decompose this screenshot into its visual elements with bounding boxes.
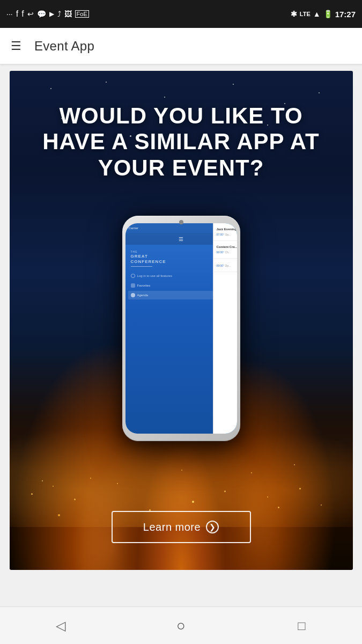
- phone-login-icon: [131, 274, 135, 278]
- app-bar: ☰ Event App: [0, 28, 362, 64]
- phone-right-time-1: 07:00° Op...: [217, 233, 237, 236]
- phone-favorites-text: Favorites: [137, 284, 151, 287]
- hero-headline-text: WOULD YOU LIKE TO HAVE A SIMILAR APP AT …: [26, 103, 337, 181]
- phone-camera: [179, 220, 183, 224]
- learn-more-label: Learn more: [143, 521, 201, 533]
- signal-icon: ▲: [313, 10, 321, 18]
- phone-login-text: Log in to use all features: [137, 274, 172, 277]
- learn-more-button[interactable]: Learn more ❯: [112, 511, 251, 543]
- lte-icon: LTE: [300, 11, 311, 17]
- phone-outer-frame: Carrier 10:43 AM ☰ THE GREAT CONFERENCE: [122, 216, 240, 441]
- nav-back-button[interactable]: ◁: [47, 612, 74, 639]
- phone-menu-icon: ☰: [179, 236, 183, 242]
- bluetooth-icon: ✱: [291, 10, 297, 18]
- phone-favorites-icon: [131, 283, 135, 288]
- phone-right-panel: Jazz Evening 07:00° Op... Content Cre...…: [213, 223, 237, 434]
- phone-agenda-icon: [131, 293, 135, 297]
- back-icon: ↩: [27, 10, 34, 18]
- img-icon: 🖼: [64, 10, 72, 18]
- phone-right-title-1: Jazz Evening: [217, 228, 237, 232]
- status-bar-left: ··· f f ↩ 💬 ▶ ⤴ 🖼 FoE: [6, 9, 89, 19]
- app-title: Event App: [34, 39, 94, 54]
- fb-icon-1: f: [16, 9, 18, 19]
- phone-right-item-1: Jazz Evening 07:00° Op...: [213, 223, 237, 241]
- phone-conf-underline: [131, 266, 152, 267]
- nav-home-button[interactable]: ○: [168, 612, 195, 639]
- phone-mockup: Carrier 10:43 AM ☰ THE GREAT CONFERENCE: [122, 216, 240, 441]
- phone-right-title-2: Content Cre...: [217, 245, 237, 250]
- status-bar-right: ✱ LTE ▲ 🔋 17:27: [291, 10, 356, 19]
- main-content: WOULD YOU LIKE TO HAVE A SIMILAR APP AT …: [0, 64, 362, 606]
- dots-icon: ···: [6, 10, 13, 18]
- back-nav-icon: ◁: [56, 618, 65, 633]
- hamburger-menu-icon[interactable]: ☰: [11, 39, 21, 53]
- hero-headline: WOULD YOU LIKE TO HAVE A SIMILAR APP AT …: [10, 103, 353, 181]
- phone-right-time-2: 08:00° Ch...: [217, 251, 237, 254]
- fb-icon-2: f: [21, 9, 24, 19]
- shield-icon: FoE: [75, 10, 89, 18]
- nav-recents-button[interactable]: □: [289, 612, 315, 639]
- phone-right-item-3: 09:00° Op...: [213, 259, 237, 272]
- hero-banner: WOULD YOU LIKE TO HAVE A SIMILAR APP AT …: [10, 71, 353, 570]
- home-nav-icon: ○: [176, 617, 186, 634]
- recents-nav-icon: □: [298, 618, 306, 633]
- battery-icon: 🔋: [323, 10, 333, 18]
- bottom-nav: ◁ ○ □: [0, 606, 362, 644]
- learn-more-arrow-icon: ❯: [206, 521, 219, 533]
- yt-icon: ▶: [49, 10, 54, 18]
- phone-carrier: Carrier: [129, 226, 138, 230]
- time-display: 17:27: [335, 10, 356, 19]
- status-bar: ··· f f ↩ 💬 ▶ ⤴ 🖼 FoE ✱ LTE ▲ 🔋 17:27: [0, 0, 362, 28]
- phone-right-item-2: Content Cre... 08:00° Ch...: [213, 241, 237, 259]
- phone-agenda-text: Agenda: [137, 294, 149, 297]
- cursor-icon: ⤴: [57, 10, 61, 18]
- phone-screen-content: Carrier 10:43 AM ☰ THE GREAT CONFERENCE: [125, 223, 237, 434]
- phone-screen: Carrier 10:43 AM ☰ THE GREAT CONFERENCE: [125, 223, 237, 434]
- phone-right-time-3: 09:00° Op...: [217, 264, 237, 267]
- learn-more-container: Learn more ❯: [112, 511, 251, 543]
- msg-icon: 💬: [37, 10, 46, 18]
